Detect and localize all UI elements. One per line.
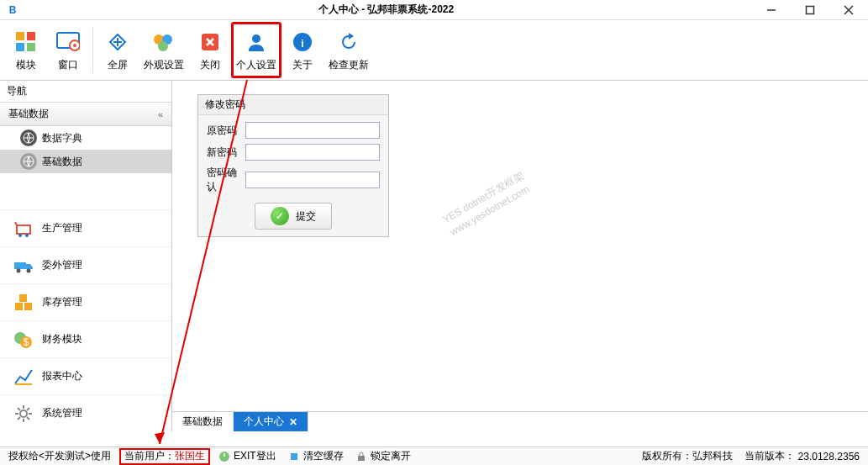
clear-label: 清空缓存	[303, 449, 344, 463]
submit-button[interactable]: ✓ 提交	[255, 203, 332, 230]
svg-point-21	[18, 234, 22, 237]
svg-rect-4	[16, 32, 24, 40]
fullscreen-label: 全屏	[108, 58, 128, 72]
sidebar-system-label: 系统管理	[42, 406, 82, 420]
minimize-button[interactable]	[752, 0, 791, 20]
window-button[interactable]: 窗口	[47, 22, 89, 78]
window-title: 个人中心 - 弘邦菲票系统-2022	[20, 3, 752, 17]
sidebar-section-prod[interactable]: 生产管理	[0, 209, 171, 246]
svg-rect-23	[14, 262, 26, 269]
svg-point-22	[25, 234, 29, 237]
main-content: 修改密码 原密码 新密码 密码确认 ✓ 提交	[172, 81, 868, 431]
tab-base-label: 基础数据	[182, 415, 223, 429]
tab-profile[interactable]: 个人中心 ✕	[234, 412, 308, 431]
globe-dark-icon	[20, 129, 37, 146]
sidebar-section-inventory[interactable]: 库存管理	[0, 283, 171, 320]
appearance-label: 外观设置	[144, 58, 184, 72]
svg-rect-5	[27, 32, 35, 40]
content-tabs: 基础数据 个人中心 ✕	[172, 411, 868, 431]
sidebar-section-finance[interactable]: $ 财务模块	[0, 320, 171, 357]
svg-rect-7	[27, 43, 35, 51]
svg-rect-20	[17, 225, 30, 234]
svg-rect-26	[15, 303, 23, 310]
appearance-button[interactable]: 外观设置	[139, 22, 189, 78]
fullscreen-button[interactable]: 全屏	[97, 22, 139, 78]
person-icon	[243, 29, 270, 55]
svg-marker-37	[155, 432, 165, 444]
app-logo-icon: B	[5, 3, 20, 18]
confirm-password-input[interactable]	[245, 172, 380, 188]
svg-rect-27	[24, 303, 32, 310]
boxes-icon	[13, 293, 34, 313]
sidebar-report-label: 报表中心	[42, 369, 82, 383]
sidebar-section-report[interactable]: 报表中心	[0, 357, 171, 394]
new-password-input[interactable]	[245, 144, 380, 161]
svg-point-10	[73, 44, 76, 47]
tab-base[interactable]: 基础数据	[172, 412, 234, 431]
about-label: 关于	[292, 58, 313, 72]
lock-label: 锁定离开	[371, 449, 411, 463]
check-update-label: 检查更新	[329, 58, 369, 72]
check-icon: ✓	[271, 207, 289, 225]
version-group: 当前版本： 23.0128.2356	[741, 449, 863, 463]
copyright-text: 版权所有：弘邦科技	[639, 449, 736, 463]
sidebar-dict-label: 数据字典	[42, 131, 82, 145]
window-label: 窗口	[58, 58, 78, 72]
watermark: YES dotnet开发框架 www.yesdotnet.com	[440, 169, 534, 239]
current-user-label: 当前用户：	[124, 449, 175, 463]
about-button[interactable]: i 关于	[281, 22, 324, 78]
svg-rect-35	[358, 456, 365, 461]
sidebar-section-outsource[interactable]: 委外管理	[0, 246, 171, 283]
maximize-button[interactable]	[791, 0, 829, 20]
svg-point-13	[158, 41, 168, 51]
close-window-button[interactable]	[829, 0, 868, 20]
palette-icon	[150, 29, 177, 55]
chevron-double-left-icon: «	[158, 109, 163, 119]
toolbar-separator	[92, 27, 93, 73]
close-button[interactable]: 关闭	[189, 22, 231, 78]
sidebar-base-label: 基础数据	[42, 155, 82, 169]
sidebar-group-base[interactable]: 基础数据 «	[0, 103, 171, 126]
tab-close-icon[interactable]: ✕	[289, 416, 297, 428]
svg-point-15	[252, 34, 260, 43]
new-password-label: 新密码	[207, 145, 240, 160]
module-button[interactable]: 模块	[5, 22, 47, 78]
sidebar-group-label: 基础数据	[8, 107, 49, 121]
svg-point-25	[27, 268, 31, 272]
lock-icon	[355, 451, 367, 462]
lock-button[interactable]: 锁定离开	[352, 449, 414, 463]
svg-text:$: $	[24, 336, 29, 348]
svg-text:i: i	[301, 38, 303, 50]
exit-button[interactable]: EXIT登出	[215, 449, 280, 463]
confirm-password-label: 密码确认	[207, 166, 240, 194]
broom-icon	[288, 451, 300, 462]
sidebar-prod-label: 生产管理	[42, 221, 82, 235]
version-value: 23.0128.2356	[798, 451, 860, 462]
clear-cache-button[interactable]: 清空缓存	[285, 449, 347, 463]
svg-rect-28	[19, 294, 27, 302]
sidebar-item-base[interactable]: 基础数据	[0, 150, 171, 173]
svg-rect-6	[16, 43, 24, 51]
svg-point-32	[20, 410, 27, 417]
sidebar-section-system[interactable]: 系统管理	[0, 394, 171, 431]
check-update-button[interactable]: 检查更新	[324, 22, 374, 78]
exit-label: EXIT登出	[234, 449, 276, 463]
expand-icon	[104, 29, 131, 55]
sidebar-inventory-label: 库存管理	[42, 295, 82, 309]
module-label: 模块	[16, 58, 36, 72]
svg-rect-1	[807, 6, 814, 13]
status-bar: 授权给<开发测试>使用 当前用户： 张国生 EXIT登出 清空缓存 锁定离开 版…	[0, 447, 868, 465]
svg-rect-34	[291, 453, 297, 460]
coins-icon: $	[13, 330, 34, 350]
gear-icon	[13, 404, 34, 424]
panel-title: 修改密码	[198, 95, 388, 115]
version-label: 当前版本：	[744, 449, 795, 463]
sidebar-outsource-label: 委外管理	[42, 258, 82, 272]
info-icon: i	[289, 29, 316, 55]
screen-icon	[55, 29, 82, 55]
refresh-icon	[335, 29, 362, 55]
grid-icon	[13, 29, 39, 55]
sidebar-item-dict[interactable]: 数据字典	[0, 126, 171, 150]
old-password-input[interactable]	[245, 122, 380, 139]
profile-button[interactable]: 个人设置	[231, 22, 281, 78]
